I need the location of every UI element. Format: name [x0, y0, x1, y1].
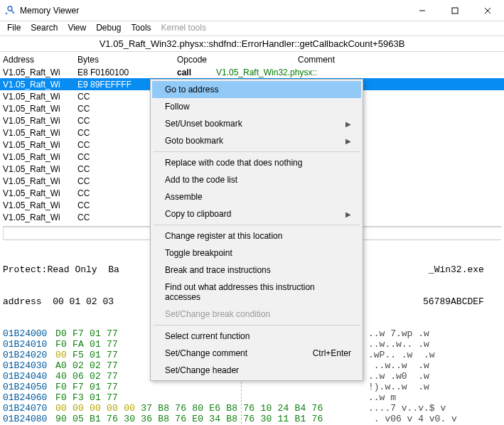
- disasm-address: V1.05_Raft_Wi: [3, 152, 77, 162]
- context-item[interactable]: Add to the code list: [152, 171, 361, 188]
- disasm-bytes: E8 F0160100: [77, 68, 177, 77]
- hex-ascii: ....7 v..v.$ v: [368, 403, 446, 414]
- context-item[interactable]: Change register at this location: [152, 227, 361, 244]
- context-item[interactable]: Go to address: [152, 81, 361, 98]
- svg-rect-3: [452, 8, 458, 14]
- hex-address: 01B24060: [3, 392, 55, 403]
- hex-bytes: F0 F3 01 77: [55, 392, 368, 403]
- svg-point-0: [8, 6, 12, 11]
- context-item-label: Select current function: [165, 331, 250, 341]
- context-item-label: Find out what addresses this instruction…: [165, 282, 351, 302]
- context-item-label: Change register at this location: [165, 231, 282, 241]
- disasm-address: V1.05_Raft_Wi: [3, 80, 77, 90]
- context-shortcut: Ctrl+Enter: [313, 348, 351, 358]
- window-title: Memory Viewer: [20, 6, 406, 16]
- context-item[interactable]: Copy to clipboard▶: [152, 205, 361, 222]
- context-item-label: Set/Unset bookmark: [165, 119, 242, 129]
- hex-ascii: ..w m: [368, 392, 396, 403]
- disasm-address: V1.05_Raft_Wi: [3, 212, 77, 222]
- disasm-row[interactable]: V1.05_Raft_WiE8 F0160100callV1.05_Raft_W…: [0, 66, 504, 78]
- hex-address: 01B24050: [3, 382, 55, 392]
- disasm-address: V1.05_Raft_Wi: [3, 200, 77, 210]
- menu-kernel-tools[interactable]: Kernel tools: [161, 23, 206, 33]
- hex-row[interactable]: 01B2408090 05 B1 76 30 36 B8 76 E0 34 B8…: [3, 414, 501, 424]
- close-button[interactable]: [471, 0, 504, 21]
- submenu-arrow-icon: ▶: [345, 120, 351, 128]
- context-item[interactable]: Goto bookmark▶: [152, 132, 361, 149]
- module-label: _Win32.exe: [429, 264, 484, 275]
- hex-address: 01B24030: [3, 360, 55, 371]
- context-item: Set/Change break condition: [152, 306, 361, 323]
- context-item[interactable]: Toggle breakpoint: [152, 244, 361, 262]
- disasm-address: V1.05_Raft_Wi: [3, 68, 77, 77]
- col-bytes[interactable]: Bytes: [77, 55, 177, 65]
- minimize-button[interactable]: [406, 0, 439, 21]
- context-item-label: Break and trace instructions: [165, 265, 271, 275]
- location-bar[interactable]: V1.05_Raft_Win32.physx::shdfnd::ErrorHan…: [0, 36, 504, 52]
- menu-tools[interactable]: Tools: [132, 23, 151, 33]
- disasm-address: V1.05_Raft_Wi: [3, 104, 77, 114]
- col-opcode[interactable]: Opcode: [177, 55, 298, 65]
- titlebar: Memory Viewer: [0, 0, 504, 21]
- context-item[interactable]: Set/Change header: [152, 362, 361, 379]
- hex-address: 01B24020: [3, 350, 55, 360]
- disassembly-header: Address Bytes Opcode Comment: [0, 52, 504, 66]
- hex-ascii: ..w 7.wp .w: [368, 328, 429, 339]
- context-item-label: Replace with code that does nothing: [165, 158, 302, 168]
- disasm-address: V1.05_Raft_Wi: [3, 164, 77, 174]
- context-separator: [154, 151, 360, 152]
- protect-label: Protect:Read Only Ba: [3, 264, 119, 275]
- hex-address: 01B24010: [3, 339, 55, 350]
- app-icon: [4, 5, 16, 16]
- hex-col-header-right: 56789ABCDEF: [423, 296, 484, 307]
- col-address[interactable]: Address: [3, 55, 77, 65]
- hex-row[interactable]: 01B2407000 00 00 00 00 37 B8 76 80 E6 B8…: [3, 403, 501, 414]
- menubar: File Search View Debug Tools Kernel tool…: [0, 21, 504, 36]
- context-item[interactable]: Select current function: [152, 328, 361, 345]
- context-item[interactable]: Assemble: [152, 188, 361, 205]
- disasm-address: V1.05_Raft_Wi: [3, 92, 77, 102]
- hex-row[interactable]: 01B24050F0 F7 01 77!).w..w .w: [3, 382, 501, 392]
- context-separator: [154, 325, 360, 326]
- context-item-label: Assemble: [165, 192, 203, 202]
- menu-search[interactable]: Search: [31, 23, 58, 33]
- context-item-label: Follow: [165, 102, 190, 112]
- context-item[interactable]: Follow: [152, 98, 361, 115]
- hex-ascii: ..w..w .w: [368, 360, 429, 371]
- context-item[interactable]: Set/Change commentCtrl+Enter: [152, 345, 361, 362]
- menu-file[interactable]: File: [7, 23, 21, 33]
- context-item[interactable]: Find out what addresses this instruction…: [152, 279, 361, 306]
- disasm-address: V1.05_Raft_Wi: [3, 116, 77, 126]
- hex-bytes: 00 00 00 00 00 37 B8 76 80 E6 B8 76 10 2…: [55, 403, 368, 414]
- hex-address: 01B24080: [3, 414, 55, 424]
- disasm-opcode: call: [177, 68, 216, 77]
- menu-view[interactable]: View: [68, 23, 86, 33]
- hex-ascii: !).w..w .w: [368, 382, 429, 392]
- context-item-label: Toggle breakpoint: [165, 248, 232, 258]
- hex-col-header-left: address 00 01 02 03: [3, 296, 114, 307]
- context-item-label: Set/Change break condition: [165, 309, 270, 319]
- submenu-arrow-icon: ▶: [345, 137, 351, 145]
- context-item-label: Set/Change comment: [165, 348, 247, 358]
- context-item-label: Copy to clipboard: [165, 209, 231, 219]
- disasm-address: V1.05_Raft_Wi: [3, 140, 77, 150]
- hex-ascii: .wP.. .w .w: [368, 350, 435, 360]
- col-comment[interactable]: Comment: [298, 55, 501, 65]
- context-item[interactable]: Replace with code that does nothing: [152, 154, 361, 171]
- context-item[interactable]: Break and trace instructions: [152, 262, 361, 279]
- hex-bytes: F0 F7 01 77: [55, 382, 368, 392]
- context-item-label: Set/Change header: [165, 365, 239, 375]
- submenu-arrow-icon: ▶: [345, 210, 351, 218]
- hex-address: 01B24040: [3, 371, 55, 382]
- svg-line-1: [11, 10, 14, 14]
- hex-address: 01B24000: [3, 328, 55, 339]
- disasm-operand: V1.05_Raft_Win32.physx::: [216, 68, 501, 77]
- context-item[interactable]: Set/Unset bookmark▶: [152, 115, 361, 132]
- context-item-label: Add to the code list: [165, 175, 237, 185]
- maximize-button[interactable]: [439, 0, 471, 21]
- disasm-address: V1.05_Raft_Wi: [3, 188, 77, 198]
- hex-ascii: ..w .w0 .w: [368, 371, 429, 382]
- hex-row[interactable]: 01B24060F0 F3 01 77..w m: [3, 392, 501, 403]
- disasm-address: V1.05_Raft_Wi: [3, 176, 77, 186]
- menu-debug[interactable]: Debug: [96, 23, 121, 33]
